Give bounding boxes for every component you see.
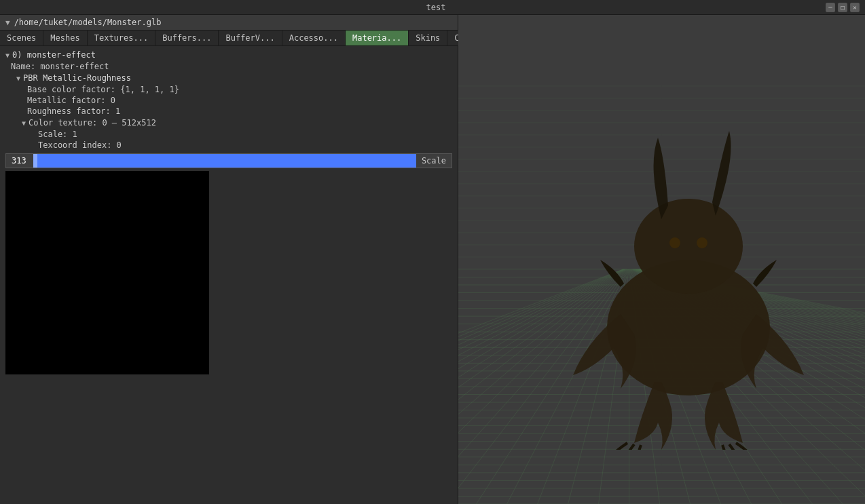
texture-thumbnail bbox=[5, 171, 209, 374]
svg-point-3 bbox=[697, 237, 707, 248]
color-texture-collapse-icon: ▼ bbox=[22, 119, 26, 127]
material-header-text: 0) monster-effect bbox=[12, 50, 96, 60]
tab-materials[interactable]: Materia... bbox=[346, 31, 409, 45]
base-color-row: Base color factor: {1, 1, 1, 1} bbox=[5, 84, 458, 95]
minimize-button[interactable]: ─ bbox=[826, 3, 835, 12]
content-area: ▼ 0) monster-effect Name: monster-effect… bbox=[0, 46, 458, 504]
scale-thumb[interactable] bbox=[33, 154, 37, 168]
tab-skins[interactable]: Skins bbox=[409, 31, 447, 45]
filepath-arrow: ▼ bbox=[5, 18, 10, 27]
scale-slider-container[interactable]: 313 Scale bbox=[5, 153, 452, 168]
roughness-row: Roughness factor: 1 bbox=[5, 106, 458, 117]
monster-model bbox=[553, 111, 824, 450]
svg-point-1 bbox=[634, 199, 743, 294]
left-panel: ▼ /home/tuket/models/Monster.glb Scenes … bbox=[0, 15, 458, 504]
material-name-row: Name: monster-effect bbox=[0, 61, 458, 72]
tab-meshes[interactable]: Meshes bbox=[43, 31, 87, 45]
color-texture-text: Color texture: 0 – 512x512 bbox=[29, 118, 156, 128]
filepath-bar: ▼ /home/tuket/models/Monster.glb bbox=[0, 15, 458, 31]
pbr-section-header[interactable]: ▼ PBR Metallic-Roughness bbox=[5, 72, 458, 84]
filepath-text: /home/tuket/models/Monster.glb bbox=[14, 18, 162, 27]
tab-scenes[interactable]: Scenes bbox=[0, 31, 43, 45]
main-area: ▼ /home/tuket/models/Monster.glb Scenes … bbox=[0, 15, 865, 504]
pbr-collapse-icon: ▼ bbox=[16, 75, 20, 82]
metallic-row: Metallic factor: 0 bbox=[5, 95, 458, 106]
color-texture-header[interactable]: ▼ Color texture: 0 – 512x512 bbox=[5, 117, 458, 129]
scale-label: Scale bbox=[416, 156, 452, 166]
scale-slider-value: 313 bbox=[6, 156, 33, 166]
material-collapse-icon: ▼ bbox=[5, 52, 10, 59]
pbr-header-text: PBR Metallic-Roughness bbox=[23, 73, 131, 83]
texture-image bbox=[5, 171, 209, 374]
maximize-button[interactable]: □ bbox=[838, 3, 847, 12]
scale-row: Scale: 1 bbox=[5, 129, 458, 140]
monster-svg bbox=[553, 111, 824, 450]
svg-point-2 bbox=[669, 237, 680, 248]
tab-bar: Scenes Meshes Textures... Buffers... Buf… bbox=[0, 31, 458, 46]
tab-buffers[interactable]: Buffers... bbox=[155, 31, 219, 45]
tab-bufferviews[interactable]: BufferV... bbox=[219, 31, 282, 45]
pbr-section: ▼ PBR Metallic-Roughness Base color fact… bbox=[5, 72, 458, 151]
tab-accessors[interactable]: Accesso... bbox=[282, 31, 346, 45]
tab-textures[interactable]: Textures... bbox=[88, 31, 155, 45]
window-controls: ─ □ ✕ bbox=[826, 3, 860, 12]
scale-track[interactable] bbox=[33, 154, 416, 168]
viewport[interactable] bbox=[458, 15, 865, 504]
titlebar: test ─ □ ✕ bbox=[0, 0, 865, 15]
material-section-header[interactable]: ▼ 0) monster-effect bbox=[0, 49, 458, 61]
texcoord-row: Texcoord index: 0 bbox=[5, 140, 458, 151]
window-title: test bbox=[46, 3, 826, 12]
close-button[interactable]: ✕ bbox=[850, 3, 860, 12]
